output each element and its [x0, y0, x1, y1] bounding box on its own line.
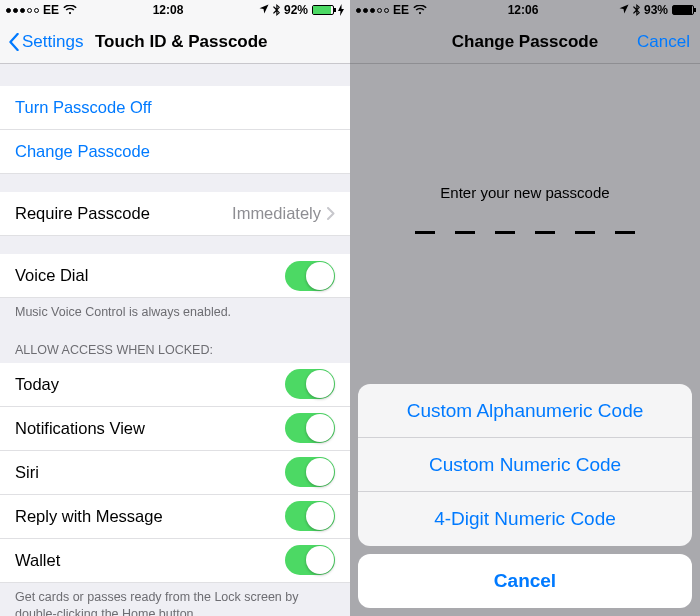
sheet-cancel-button[interactable]: Cancel	[358, 554, 692, 608]
passcode-prompt: Enter your new passcode	[440, 184, 609, 201]
location-icon	[619, 3, 629, 17]
page-title: Touch ID & Passcode	[95, 32, 268, 52]
status-bar: EE 12:06 93%	[350, 0, 700, 20]
today-toggle[interactable]	[285, 369, 335, 399]
turn-passcode-off-button[interactable]: Turn Passcode Off	[0, 86, 350, 130]
require-passcode-row[interactable]: Require Passcode Immediately	[0, 192, 350, 236]
wallet-footer: Get cards or passes ready from the Lock …	[0, 583, 350, 616]
voice-dial-row: Voice Dial	[0, 254, 350, 298]
carrier-label: EE	[43, 3, 59, 17]
back-button[interactable]: Settings	[8, 32, 83, 52]
cell-label: Voice Dial	[15, 266, 88, 285]
content: Turn Passcode Off Change Passcode Requir…	[0, 64, 350, 616]
passcode-field[interactable]	[415, 231, 635, 234]
siri-row: Siri	[0, 451, 350, 495]
cell-label: Change Passcode	[15, 142, 150, 161]
cell-label: Notifications View	[15, 419, 145, 438]
cell-label: Today	[15, 375, 59, 394]
cell-label: Siri	[15, 463, 39, 482]
voice-dial-footer: Music Voice Control is always enabled.	[0, 298, 350, 327]
location-icon	[259, 3, 269, 17]
reply-toggle[interactable]	[285, 501, 335, 531]
right-screen: EE 12:06 93% Change Passcode Cancel Ente…	[350, 0, 700, 616]
cell-label: Wallet	[15, 551, 60, 570]
wallet-row: Wallet	[0, 539, 350, 583]
bluetooth-icon	[273, 4, 280, 16]
option-4digit[interactable]: 4-Digit Numeric Code	[358, 492, 692, 546]
battery-percent: 93%	[644, 3, 668, 17]
voice-dial-toggle[interactable]	[285, 261, 335, 291]
cell-label: Reply with Message	[15, 507, 163, 526]
charging-icon	[338, 4, 344, 16]
cancel-button[interactable]: Cancel	[637, 32, 690, 52]
reply-row: Reply with Message	[0, 495, 350, 539]
notifications-row: Notifications View	[0, 407, 350, 451]
nav-bar: Change Passcode Cancel	[350, 20, 700, 64]
notifications-toggle[interactable]	[285, 413, 335, 443]
option-alphanumeric[interactable]: Custom Alphanumeric Code	[358, 384, 692, 438]
status-bar: EE 12:08 92%	[0, 0, 350, 20]
battery-percent: 92%	[284, 3, 308, 17]
clock: 12:08	[153, 3, 184, 17]
signal-icon	[356, 8, 389, 13]
wifi-icon	[63, 5, 77, 15]
battery-icon	[672, 5, 694, 15]
back-label: Settings	[22, 32, 83, 52]
option-custom-numeric[interactable]: Custom Numeric Code	[358, 438, 692, 492]
signal-icon	[6, 8, 39, 13]
chevron-left-icon	[8, 33, 20, 51]
left-screen: EE 12:08 92% Settings Touch ID & Passcod…	[0, 0, 350, 616]
clock: 12:06	[508, 3, 539, 17]
carrier-label: EE	[393, 3, 409, 17]
action-sheet: Custom Alphanumeric Code Custom Numeric …	[350, 376, 700, 616]
battery-icon	[312, 5, 334, 15]
wallet-toggle[interactable]	[285, 545, 335, 575]
allow-access-header: ALLOW ACCESS WHEN LOCKED:	[0, 337, 350, 363]
siri-toggle[interactable]	[285, 457, 335, 487]
cell-label: Turn Passcode Off	[15, 98, 152, 117]
change-passcode-button[interactable]: Change Passcode	[0, 130, 350, 174]
nav-bar: Settings Touch ID & Passcode	[0, 20, 350, 64]
require-passcode-value: Immediately	[232, 204, 321, 223]
bluetooth-icon	[633, 4, 640, 16]
chevron-right-icon	[327, 207, 335, 220]
today-row: Today	[0, 363, 350, 407]
wifi-icon	[413, 5, 427, 15]
cell-label: Require Passcode	[15, 204, 150, 223]
